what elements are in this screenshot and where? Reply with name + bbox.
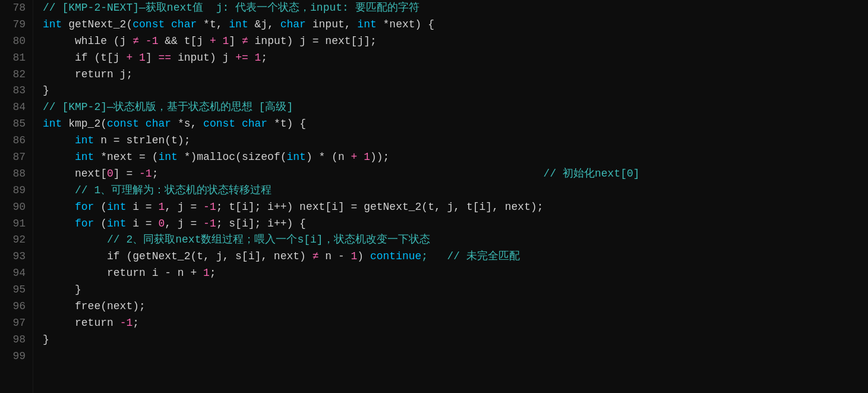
- token: return i - n +: [43, 267, 203, 279]
- token: getNext_2(: [62, 18, 132, 30]
- token: 1: [139, 52, 146, 64]
- token: -1: [203, 218, 216, 229]
- line-number: 83: [5, 83, 26, 99]
- code-editor: 7879808182838485868788899091929394959697…: [0, 0, 868, 393]
- token: 1: [158, 201, 165, 213]
- token: ));: [370, 151, 389, 163]
- token: 0: [158, 218, 165, 229]
- token: (: [94, 201, 107, 213]
- token: continue: [370, 250, 421, 262]
- token: if (getNext_2(t, j, s[i], next): [43, 250, 313, 262]
- line-number-gutter: 7879808182838485868788899091929394959697…: [0, 0, 33, 393]
- token: }: [43, 334, 49, 345]
- line-number: 86: [5, 133, 26, 149]
- token: -1: [146, 35, 159, 47]
- token: *next) {: [377, 18, 434, 30]
- token: input) j = next[j];: [248, 35, 377, 47]
- line-number: 91: [5, 216, 26, 232]
- token: n -: [319, 250, 351, 262]
- line-number: 94: [5, 265, 26, 282]
- line-number: 81: [5, 50, 26, 67]
- token: int: [43, 118, 62, 130]
- line-number: 98: [5, 332, 26, 348]
- token: int: [107, 201, 126, 213]
- token: int: [75, 151, 94, 163]
- code-line: // 1、可理解为：状态机的状态转移过程: [43, 183, 868, 199]
- token: && t[j: [158, 35, 209, 47]
- token: ;: [152, 168, 159, 180]
- token: int: [287, 151, 306, 163]
- token: char: [171, 18, 197, 30]
- token: return j;: [43, 68, 132, 80]
- code-content: // [KMP-2-NEXT]—获取next值 j: 代表一个状态，input:…: [33, 0, 868, 393]
- line-number: 90: [5, 199, 26, 216]
- token: i =: [126, 218, 158, 229]
- token: next[: [43, 168, 107, 180]
- token: [43, 218, 75, 229]
- code-line: if (getNext_2(t, j, s[i], next) ≠ n - 1)…: [43, 249, 868, 265]
- line-number: 99: [5, 348, 26, 365]
- line-number: 85: [5, 116, 26, 133]
- token: ≠: [132, 35, 139, 47]
- token: }: [43, 84, 49, 96]
- code-line: // [KMP-2]—状态机版，基于状态机的思想 [高级]: [43, 99, 868, 116]
- token: , j =: [165, 218, 203, 229]
- token: while (j: [43, 35, 132, 47]
- line-number: 96: [5, 298, 26, 315]
- line-number: 78: [5, 0, 26, 17]
- token: [43, 134, 75, 146]
- token: if (t[j: [43, 52, 126, 64]
- token: [43, 201, 75, 213]
- token: ≠: [242, 35, 248, 47]
- token: ]: [229, 35, 242, 47]
- line-number: 97: [5, 315, 26, 332]
- code-line: next[0] = -1; // 初始化next[0]: [43, 166, 868, 183]
- code-line: return i - n + 1;: [43, 265, 868, 282]
- token: for: [75, 201, 94, 213]
- code-line: free(next);: [43, 298, 868, 315]
- token: // 初始化next[0]: [158, 168, 639, 180]
- token: [235, 118, 242, 130]
- token: const: [203, 118, 235, 130]
- token: ==: [158, 52, 171, 64]
- token: ; t[i]; i++) next[i] = getNext_2(t, j, t…: [216, 201, 544, 213]
- token: char: [280, 18, 306, 30]
- token: input) j: [171, 52, 235, 64]
- line-number: 92: [5, 232, 26, 249]
- code-line: // 2、同获取next数组过程；喂入一个s[i]，状态机改变一下状态: [43, 232, 868, 249]
- code-line: int n = strlen(t);: [43, 133, 868, 149]
- code-line: return j;: [43, 67, 868, 83]
- token: }: [43, 284, 81, 295]
- code-line: for (int i = 0, j = -1; s[i]; i++) {: [43, 216, 868, 232]
- token: 1: [223, 35, 229, 47]
- line-number: 80: [5, 33, 26, 50]
- token: ;: [210, 267, 216, 279]
- token: ≠: [313, 250, 319, 262]
- token: int: [43, 18, 62, 30]
- token: -1: [203, 201, 216, 213]
- token: , j =: [165, 201, 203, 213]
- token: ]: [146, 52, 159, 64]
- token: kmp_2(: [62, 118, 107, 130]
- token: ; s[i]; i++) {: [216, 218, 306, 229]
- token: +=: [235, 52, 248, 64]
- code-line: if (t[j + 1] == input) j += 1;: [43, 50, 868, 67]
- token: int: [107, 218, 126, 229]
- token: -1: [120, 317, 133, 329]
- code-line: // [KMP-2-NEXT]—获取next值 j: 代表一个状态，input:…: [43, 0, 868, 17]
- token: 1: [364, 151, 370, 163]
- token: &j,: [248, 18, 280, 30]
- line-number: 84: [5, 99, 26, 116]
- code-line: int *next = (int *)malloc(sizeof(int) * …: [43, 149, 868, 166]
- token: const: [107, 118, 139, 130]
- token: (: [94, 218, 107, 229]
- token: [357, 151, 364, 163]
- token: [139, 118, 146, 130]
- token: +: [126, 52, 132, 64]
- token: [216, 35, 223, 47]
- token: *t,: [197, 18, 229, 30]
- token: for: [75, 218, 94, 229]
- token: [43, 151, 75, 163]
- token: *)malloc(sizeof(: [178, 151, 287, 163]
- token: *s,: [171, 118, 203, 130]
